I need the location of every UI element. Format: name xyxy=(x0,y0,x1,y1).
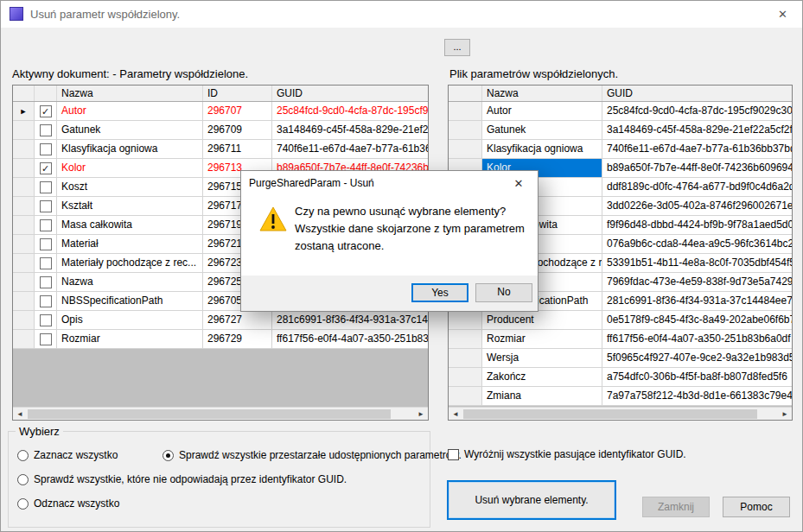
param-name-cell[interactable]: Gatunek xyxy=(57,121,203,139)
param-id-cell[interactable]: 296711 xyxy=(203,140,272,158)
param-name-cell[interactable]: Kolor xyxy=(57,159,203,177)
file-param-guid-cell[interactable]: ff617f56-e0f4-4a07-a350-251b83b6a0df xyxy=(602,330,792,348)
param-name-cell[interactable]: Kształt xyxy=(57,197,203,215)
file-param-name-cell[interactable]: Klasyfikacja ogniowa xyxy=(482,140,602,158)
file-param-guid-cell[interactable]: b89a650f-7b7e-44ff-8e0f-74236b609694 xyxy=(602,159,792,177)
checkbox-box[interactable] xyxy=(448,449,459,460)
row-checkbox[interactable]: ✓ xyxy=(40,105,52,117)
param-id-cell[interactable]: 296707 xyxy=(203,102,272,120)
row-checkbox[interactable] xyxy=(40,143,52,155)
left-scrollbar-thumb[interactable] xyxy=(28,409,391,419)
row-checkbox-cell[interactable] xyxy=(35,254,57,272)
left-horizontal-scrollbar[interactable]: ◄ ► xyxy=(13,407,428,420)
param-id-cell[interactable]: 296727 xyxy=(203,311,272,329)
radio-option[interactable]: Sprawdź wszystkie, które nie odpowiadają… xyxy=(17,473,347,485)
param-name-cell[interactable]: Autor xyxy=(57,102,203,120)
file-param-guid-cell[interactable]: 3dd0226e-3d05-402a-8746f296002671e6 xyxy=(602,197,792,215)
row-checkbox-cell[interactable] xyxy=(35,292,57,310)
no-button[interactable]: No xyxy=(475,283,532,302)
file-param-row[interactable]: Gatunek3a148469-c45f-458a-829e-21ef22a5c… xyxy=(449,121,792,140)
file-param-guid-cell[interactable]: 7a97a758f212-4b3d-8d1e-661383c79e4d xyxy=(602,387,792,405)
param-name-cell[interactable]: Materiał xyxy=(57,235,203,253)
file-param-guid-cell[interactable]: 3a148469-c45f-458a-829e-21ef22a5cf2f xyxy=(602,121,792,139)
confirm-dialog-titlebar[interactable]: PurgeSharedParam - Usuń ✕ xyxy=(241,171,538,196)
row-checkbox[interactable] xyxy=(40,124,52,136)
row-checkbox-cell[interactable] xyxy=(35,197,57,215)
file-param-guid-cell[interactable]: 5f0965c4f927-407e-9ce2-9a32e1b983d5 xyxy=(602,349,792,367)
file-param-guid-cell[interactable]: ddf8189c-d0fc-4764-a677-bd9f0c4d6a2d xyxy=(602,178,792,196)
param-name-cell[interactable]: NBSSpecificationPath xyxy=(57,292,203,310)
help-button[interactable]: Pomoc xyxy=(723,497,790,517)
param-row[interactable]: ►✓Autor29670725c84fcd-9cd0-4cfa-87dc-195… xyxy=(13,102,428,121)
param-id-cell[interactable]: 296729 xyxy=(203,330,272,348)
row-checkbox[interactable] xyxy=(40,257,52,269)
file-param-name-cell[interactable]: Producent xyxy=(482,311,602,329)
right-header-nazwa[interactable]: Nazwa xyxy=(482,86,602,101)
left-header-id[interactable]: ID xyxy=(203,86,272,101)
scroll-right-icon[interactable]: ► xyxy=(778,408,792,421)
confirm-dialog-close-icon[interactable]: ✕ xyxy=(500,171,538,196)
left-header-guid[interactable]: GUID xyxy=(272,86,428,101)
radio-option[interactable]: Sprawdź wszystkie przestarzałe udostępni… xyxy=(163,449,462,461)
file-param-name-cell[interactable]: Gatunek xyxy=(482,121,602,139)
param-name-cell[interactable]: Nazwa xyxy=(57,273,203,291)
row-checkbox[interactable] xyxy=(40,238,52,250)
row-checkbox-cell[interactable] xyxy=(35,178,57,196)
param-name-cell[interactable]: Masa całkowita xyxy=(57,216,203,234)
row-checkbox-cell[interactable] xyxy=(35,121,57,139)
param-row[interactable]: Klasyfikacja ogniowa296711740f6e11-e67d-… xyxy=(13,140,428,159)
param-name-cell[interactable]: Koszt xyxy=(57,178,203,196)
param-row[interactable]: Gatunek2967093a148469-c45f-458a-829e-21e… xyxy=(13,121,428,140)
row-checkbox[interactable] xyxy=(40,295,52,307)
scroll-left-icon[interactable]: ◄ xyxy=(13,408,27,421)
param-guid-cell[interactable]: 740f6e11-e67d-4ae7-b77a-61b36bb37... xyxy=(272,140,428,158)
file-param-guid-cell[interactable]: 076a9b6c-cda8-44ea-a9c5-96fc3614bc28 xyxy=(602,235,792,253)
right-horizontal-scrollbar[interactable]: ◄ ► xyxy=(449,407,792,420)
param-id-cell[interactable]: 296709 xyxy=(203,121,272,139)
row-checkbox-cell[interactable] xyxy=(35,140,57,158)
yes-button[interactable]: Yes xyxy=(411,283,468,302)
file-param-row[interactable]: Zmiana7a97a758f212-4b3d-8d1e-661383c79e4… xyxy=(449,387,792,406)
param-row[interactable]: Opis296727281c6991-8f36-4f34-931a-37c144… xyxy=(13,311,428,330)
param-name-cell[interactable]: Rozmiar xyxy=(57,330,203,348)
highlight-guid-checkbox[interactable]: Wyróżnij wszystkie pasujące identyfikato… xyxy=(448,448,686,460)
row-checkbox[interactable] xyxy=(40,181,52,193)
file-param-guid-cell[interactable]: 25c84fcd-9cd0-4cfa-87dc-195cf9029c30 xyxy=(602,102,792,120)
file-param-guid-cell[interactable]: 0e5178f9-c845-4f3c-8a49-202abe06f6b7 xyxy=(602,311,792,329)
delete-selected-button[interactable]: Usuń wybrane elementy. xyxy=(447,480,616,520)
param-guid-cell[interactable]: ff617f56-e0f4-4a07-a350-251b83b6a0df xyxy=(272,330,428,348)
titlebar[interactable]: Usuń parametr współdzielony. ✕ xyxy=(1,1,802,28)
row-checkbox-cell[interactable]: ✓ xyxy=(35,159,57,177)
file-param-name-cell[interactable]: Zakończ xyxy=(482,368,602,386)
row-checkbox[interactable] xyxy=(40,314,52,326)
param-row[interactable]: Rozmiar296729ff617f56-e0f4-4a07-a350-251… xyxy=(13,330,428,349)
file-param-row[interactable]: Zakończa754dfc0-306b-4f5f-ba8f-b807d8fed… xyxy=(449,368,792,387)
file-param-name-cell[interactable]: Autor xyxy=(482,102,602,120)
file-param-row[interactable]: Autor25c84fcd-9cd0-4cfa-87dc-195cf9029c3… xyxy=(449,102,792,121)
row-checkbox-cell[interactable] xyxy=(35,216,57,234)
param-name-cell[interactable]: Klasyfikacja ogniowa xyxy=(57,140,203,158)
file-param-guid-cell[interactable]: 281c6991-8f36-4f34-931a-37c14484ee7d xyxy=(602,292,792,310)
file-param-guid-cell[interactable]: 53391b51-4b11-4e8a-8c0f-7035dbf454f5 xyxy=(602,254,792,272)
row-checkbox[interactable] xyxy=(40,333,52,345)
param-guid-cell[interactable]: 281c6991-8f36-4f34-931a-37c14484e... xyxy=(272,311,428,329)
file-param-name-cell[interactable]: Rozmiar xyxy=(482,330,602,348)
radio-dot-icon[interactable] xyxy=(17,450,29,461)
file-param-guid-cell[interactable]: f9f96d48-dbbd-4424-bf9b-9f78a1aed5d0 xyxy=(602,216,792,234)
left-header-nazwa[interactable]: Nazwa xyxy=(57,86,203,101)
param-name-cell[interactable]: Opis xyxy=(57,311,203,329)
row-checkbox[interactable] xyxy=(40,276,52,288)
file-param-row[interactable]: Wersja5f0965c4f927-407e-9ce2-9a32e1b983d… xyxy=(449,349,792,368)
row-checkbox-cell[interactable] xyxy=(35,235,57,253)
row-checkbox[interactable] xyxy=(40,200,52,212)
row-checkbox[interactable]: ✓ xyxy=(40,162,52,174)
file-param-row[interactable]: Klasyfikacja ogniowa740f6e11-e67d-4ae7-b… xyxy=(449,140,792,159)
right-scrollbar-thumb[interactable] xyxy=(463,409,757,419)
row-checkbox-cell[interactable] xyxy=(35,273,57,291)
param-name-cell[interactable]: Materiały pochodzące z rec... xyxy=(57,254,203,272)
file-param-guid-cell[interactable]: 740f6e11-e67d-4ae7-b77a-61b36bb37bde xyxy=(602,140,792,158)
file-param-name-cell[interactable]: Wersja xyxy=(482,349,602,367)
scroll-right-icon[interactable]: ► xyxy=(414,408,428,421)
file-param-row[interactable]: Producent0e5178f9-c845-4f3c-8a49-202abe0… xyxy=(449,311,792,330)
radio-dot-icon[interactable] xyxy=(163,450,174,461)
